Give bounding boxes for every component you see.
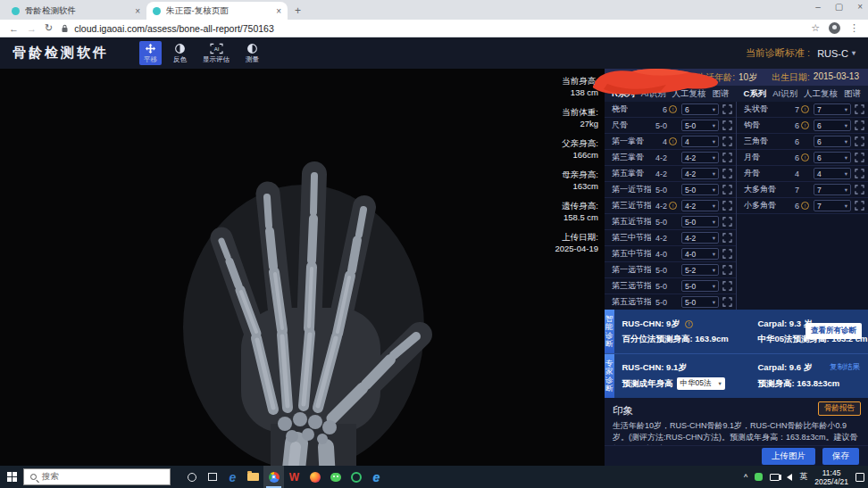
- locate-icon[interactable]: [722, 120, 732, 130]
- bone-stage-select[interactable]: 7▾: [814, 200, 851, 211]
- system-tray: ^ 英 11:45 2025/4/21: [744, 468, 864, 486]
- ime-indicator[interactable]: 英: [799, 471, 807, 483]
- browser-tab-2-active[interactable]: 朱正霞-复核页面 ×: [146, 2, 288, 20]
- locate-icon[interactable]: [855, 136, 864, 146]
- reload-icon[interactable]: ↻: [45, 22, 53, 34]
- bone-name: 第五近节指骨: [612, 216, 651, 227]
- back-icon[interactable]: ←: [9, 23, 19, 34]
- browser-tab-1[interactable]: 骨龄检测软件 ×: [5, 2, 146, 20]
- tab-c-review[interactable]: 人工复核: [804, 88, 838, 100]
- save-button[interactable]: 保存: [822, 448, 859, 465]
- view-all-diagnoses-button[interactable]: 查看所有诊断: [805, 323, 862, 339]
- locate-icon[interactable]: [722, 169, 732, 178]
- bone-stage-select[interactable]: 6▾: [681, 103, 719, 115]
- bone-stage-select[interactable]: 7▾: [814, 103, 851, 115]
- taskbar-search-input[interactable]: 搜索: [23, 468, 171, 485]
- bone-stage-select[interactable]: 4-0▾: [681, 248, 719, 260]
- task-view-button[interactable]: [202, 466, 222, 488]
- chrome-button[interactable]: [263, 466, 284, 488]
- locate-icon[interactable]: [722, 185, 732, 194]
- standard-select[interactable]: RUS-C▾: [817, 48, 855, 59]
- tab-c-series[interactable]: C系列: [744, 88, 767, 100]
- locate-icon[interactable]: [722, 153, 732, 162]
- file-explorer-button[interactable]: [243, 466, 263, 488]
- warning-icon: !: [801, 153, 809, 161]
- bone-stage-select[interactable]: 4-2▾: [681, 200, 719, 211]
- tab-close-icon[interactable]: ×: [276, 6, 281, 16]
- bone-stage-select[interactable]: 4-2▾: [681, 168, 719, 179]
- bone-stage-select[interactable]: 6▾: [814, 152, 851, 163]
- locate-icon[interactable]: [722, 104, 732, 114]
- wps-button[interactable]: W: [284, 466, 305, 488]
- bone-stage-select[interactable]: 4-2▾: [681, 152, 719, 163]
- volume-icon[interactable]: [787, 474, 792, 481]
- new-tab-button[interactable]: +: [295, 4, 301, 17]
- bone-stage-select[interactable]: 5-0▾: [681, 216, 719, 227]
- tool-invert[interactable]: 反色: [169, 41, 191, 65]
- taskbar-icons: e W e: [181, 466, 387, 488]
- tool-show-assessment[interactable]: AI 显示评估: [198, 41, 234, 65]
- ie-button[interactable]: e: [366, 466, 387, 488]
- bone-stage-select[interactable]: 5-0▾: [681, 280, 719, 292]
- locate-icon[interactable]: [722, 233, 732, 243]
- forward-icon[interactable]: →: [27, 23, 37, 34]
- bone-age-report-button[interactable]: 骨龄报告: [818, 401, 861, 416]
- ai-frame-icon: AI: [210, 43, 223, 54]
- minimize-button[interactable]: –: [815, 2, 821, 12]
- bone-stage-select[interactable]: 4▾: [814, 168, 851, 179]
- tab-close-icon[interactable]: ×: [135, 6, 140, 16]
- close-button[interactable]: ×: [857, 2, 863, 12]
- locate-icon[interactable]: [722, 249, 732, 259]
- bone-stage-select[interactable]: 5-2▾: [681, 264, 719, 276]
- locate-icon[interactable]: [722, 297, 732, 307]
- start-button[interactable]: [0, 466, 23, 488]
- locate-icon[interactable]: [855, 201, 864, 211]
- upload-image-button[interactable]: 上传图片: [762, 448, 815, 465]
- xray-viewer[interactable]: 当前身高: 138 cm 当前体重: 27kg 父亲身高: 166cm 母亲身高…: [0, 69, 605, 466]
- profile-avatar[interactable]: [829, 22, 840, 34]
- green-app-button[interactable]: [346, 466, 366, 488]
- smart-diagnosis-tab[interactable]: 智能诊断: [605, 310, 614, 353]
- expert-diagnosis-tab[interactable]: 专家诊断: [605, 354, 614, 398]
- tab-c-atlas[interactable]: 图谱: [844, 88, 861, 100]
- wechat-tray-icon[interactable]: [755, 473, 763, 481]
- bone-stage-select[interactable]: 5-0▾: [681, 120, 719, 131]
- bone-name: 第三近节指骨: [612, 200, 651, 211]
- firefox-button[interactable]: [305, 466, 325, 488]
- locate-icon[interactable]: [855, 104, 864, 114]
- cortana-button[interactable]: [181, 466, 202, 488]
- edge-button[interactable]: e: [222, 466, 243, 488]
- bone-stage-select[interactable]: 6▾: [814, 120, 851, 131]
- locate-icon[interactable]: [855, 169, 864, 178]
- bone-stage-select[interactable]: 5-0▾: [681, 296, 719, 308]
- bone-stage-select[interactable]: 5-0▾: [681, 184, 719, 195]
- locate-icon[interactable]: [855, 120, 864, 130]
- tool-measure[interactable]: 测量: [241, 41, 263, 65]
- maximize-button[interactable]: ▢: [835, 2, 843, 12]
- omnibox[interactable]: cloud.igaoai.com/assess/bone-all-report/…: [61, 23, 803, 34]
- tray-expand-icon[interactable]: ^: [744, 473, 747, 482]
- bone-stage-select[interactable]: 4▾: [681, 136, 719, 147]
- locate-icon[interactable]: [855, 153, 864, 162]
- action-center-icon[interactable]: [855, 473, 864, 482]
- tab-c-ai[interactable]: AI识别: [772, 88, 797, 100]
- bone-row: 第五近节指骨 5-0 ! 5-0▾: [605, 214, 736, 230]
- bone-stage-select[interactable]: 4-2▾: [681, 232, 719, 244]
- bone-stage-select[interactable]: 7▾: [814, 184, 851, 195]
- copy-result-link[interactable]: 复制结果: [830, 362, 860, 373]
- bone-stage-select[interactable]: 6▾: [814, 136, 851, 147]
- bone-row: 小多角骨 6 ! 7▾: [737, 198, 868, 214]
- height-method-select[interactable]: 中华05法▾: [677, 377, 725, 390]
- firefox-icon: [310, 472, 321, 483]
- locate-icon[interactable]: [855, 185, 864, 194]
- wechat-button[interactable]: [325, 466, 346, 488]
- locate-icon[interactable]: [722, 136, 732, 146]
- tool-pan[interactable]: 平移: [139, 41, 162, 65]
- taskbar-clock[interactable]: 11:45 2025/4/21: [814, 468, 848, 486]
- bookmark-star-icon[interactable]: ☆: [811, 22, 820, 34]
- locate-icon[interactable]: [722, 281, 732, 291]
- browser-menu-icon[interactable]: ⋮: [849, 22, 859, 34]
- locate-icon[interactable]: [722, 265, 732, 275]
- locate-icon[interactable]: [722, 217, 732, 227]
- locate-icon[interactable]: [722, 201, 732, 211]
